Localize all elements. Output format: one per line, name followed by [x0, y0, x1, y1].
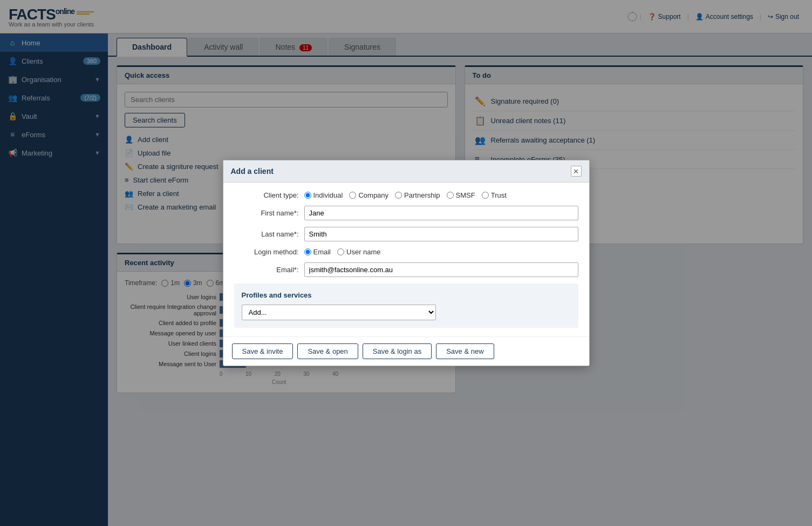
add-client-modal: Add a client ✕ Client type: Individual C… [223, 160, 590, 366]
login-method-group: Email User name [304, 248, 381, 256]
profiles-dropdown[interactable]: Add... [242, 305, 436, 320]
client-type-group: Individual Company Partnership SMSF Trus… [304, 191, 507, 199]
login-method-row: Login method: Email User name [234, 248, 578, 256]
client-type-trust[interactable]: Trust [482, 191, 507, 199]
first-name-label: First name*: [234, 209, 299, 217]
first-name-input[interactable] [304, 206, 578, 220]
profiles-section: Profiles and services Add... [234, 284, 578, 328]
last-name-label: Last name*: [234, 230, 299, 238]
modal-header: Add a client ✕ [223, 160, 589, 183]
last-name-input[interactable] [304, 227, 578, 241]
modal-close-button[interactable]: ✕ [571, 166, 582, 177]
client-type-label: Client type: [234, 191, 299, 199]
first-name-row: First name*: [234, 206, 578, 220]
login-method-username[interactable]: User name [337, 248, 381, 256]
email-label: Email*: [234, 266, 299, 274]
client-type-company[interactable]: Company [349, 191, 388, 199]
modal-footer: Save & invite Save & open Save & login a… [223, 336, 589, 366]
last-name-row: Last name*: [234, 227, 578, 241]
modal-body: Client type: Individual Company Partners… [223, 183, 589, 336]
profiles-title: Profiles and services [242, 291, 571, 299]
client-type-row: Client type: Individual Company Partners… [234, 191, 578, 199]
login-method-email[interactable]: Email [304, 248, 331, 256]
save-login-as-button[interactable]: Save & login as [363, 343, 432, 359]
email-row: Email*: [234, 262, 578, 277]
client-type-smsf[interactable]: SMSF [447, 191, 475, 199]
client-type-partnership[interactable]: Partnership [395, 191, 440, 199]
login-method-label: Login method: [234, 248, 299, 256]
modal-title: Add a client [231, 167, 274, 176]
email-input[interactable] [304, 262, 578, 277]
save-new-button[interactable]: Save & new [436, 343, 494, 359]
save-invite-button[interactable]: Save & invite [232, 343, 294, 359]
modal-overlay: Add a client ✕ Client type: Individual C… [0, 0, 812, 526]
save-open-button[interactable]: Save & open [297, 343, 358, 359]
client-type-individual[interactable]: Individual [304, 191, 343, 199]
